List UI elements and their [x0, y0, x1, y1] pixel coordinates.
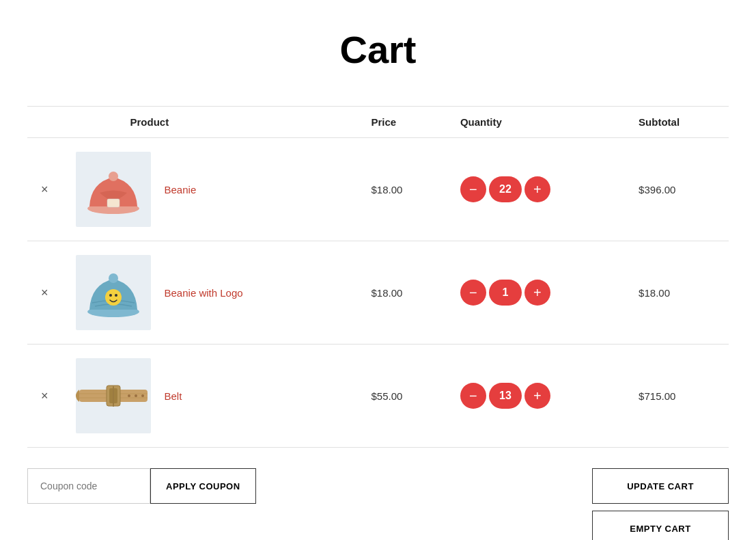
- subtotal-cell-1: $18.00: [625, 241, 729, 345]
- product-image-1: [76, 255, 151, 330]
- cart-actions: APPLY COUPON UPDATE CART EMPTY CART: [27, 468, 729, 540]
- qty-display-1: 1: [489, 280, 522, 306]
- coupon-input[interactable]: [27, 468, 150, 504]
- price-cell-1: $18.00: [357, 241, 446, 345]
- product-name-1[interactable]: Beanie with Logo: [165, 287, 243, 299]
- svg-point-14: [128, 394, 130, 397]
- product-name-2[interactable]: Belt: [165, 390, 182, 402]
- quantity-control-2: − 13 +: [460, 383, 611, 409]
- subtotal-cell-2: $715.00: [625, 345, 729, 448]
- update-cart-button[interactable]: UPDATE CART: [592, 468, 729, 504]
- svg-point-7: [109, 273, 118, 283]
- empty-cart-button[interactable]: EMPTY CART: [592, 511, 729, 540]
- svg-point-15: [135, 394, 137, 397]
- col-quantity-header: Quantity: [447, 107, 625, 138]
- product-image-0: [76, 152, 151, 227]
- qty-decrease-2[interactable]: −: [460, 383, 486, 409]
- qty-increase-1[interactable]: +: [524, 280, 550, 306]
- coupon-section: APPLY COUPON: [27, 468, 256, 504]
- cart-buttons: UPDATE CART EMPTY CART: [592, 468, 729, 540]
- table-row: × Beanie with Logo: [27, 241, 729, 345]
- price-cell-2: $55.00: [357, 345, 446, 448]
- qty-increase-0[interactable]: +: [524, 176, 550, 202]
- col-product-header: Product: [62, 107, 358, 138]
- remove-cell-0[interactable]: ×: [27, 138, 62, 241]
- table-row: × Belt: [27, 345, 729, 448]
- product-image-2: [76, 358, 151, 433]
- product-cell-1: Beanie with Logo: [76, 255, 344, 330]
- qty-decrease-0[interactable]: −: [460, 176, 486, 202]
- svg-rect-1: [107, 199, 120, 207]
- col-price-header: Price: [357, 107, 446, 138]
- product-cell-2: Belt: [76, 358, 344, 433]
- col-remove: [27, 107, 62, 138]
- col-subtotal-header: Subtotal: [625, 107, 729, 138]
- remove-cell-2[interactable]: ×: [27, 345, 62, 448]
- qty-decrease-1[interactable]: −: [460, 280, 486, 306]
- apply-coupon-button[interactable]: APPLY COUPON: [150, 468, 256, 504]
- quantity-control-1: − 1 +: [460, 280, 611, 306]
- price-cell-0: $18.00: [357, 138, 446, 241]
- page-container: Cart Product Price Quantity Subtotal ×: [0, 0, 756, 540]
- subtotal-cell-0: $396.00: [625, 138, 729, 241]
- qty-increase-2[interactable]: +: [524, 383, 550, 409]
- qty-display-2: 13: [489, 383, 522, 409]
- svg-point-16: [141, 394, 144, 397]
- qty-display-0: 22: [489, 176, 522, 202]
- table-row: × Beanie $18.00: [27, 138, 729, 241]
- cart-body: × Beanie $18.00: [27, 138, 729, 448]
- table-header: Product Price Quantity Subtotal: [27, 107, 729, 138]
- quantity-control-0: − 22 +: [460, 176, 611, 202]
- cart-table: Product Price Quantity Subtotal ×: [27, 106, 729, 448]
- svg-point-2: [109, 172, 118, 181]
- svg-point-4: [105, 289, 122, 306]
- product-cell-0: Beanie: [76, 152, 344, 227]
- svg-point-5: [109, 294, 112, 297]
- remove-cell-1[interactable]: ×: [27, 241, 62, 345]
- svg-point-6: [115, 294, 117, 297]
- product-name-0[interactable]: Beanie: [165, 184, 197, 195]
- page-title: Cart: [27, 27, 729, 72]
